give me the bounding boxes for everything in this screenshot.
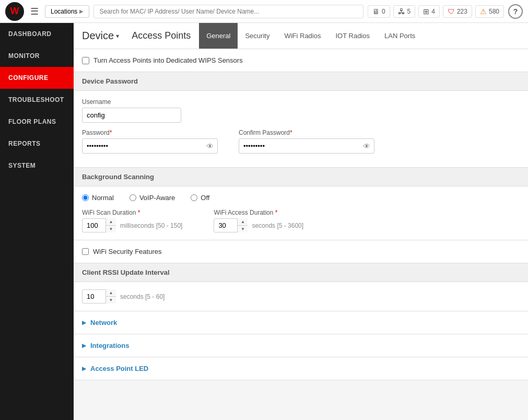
monitor-icon: 🖥	[372, 7, 380, 16]
menu-button[interactable]: ☰	[28, 4, 41, 19]
radio-normal[interactable]: Normal	[82, 194, 114, 202]
sidebar-item-troubleshoot[interactable]: TROUBLESHOOT	[0, 89, 74, 111]
device-password-label: Device Password	[82, 77, 138, 85]
wips-row: Turn Access Points into Dedicated WIPS S…	[74, 49, 528, 72]
integrations-expand-icon: ▶	[82, 343, 86, 348]
tab-lan-ports[interactable]: LAN Ports	[377, 23, 423, 49]
badge-warning-count: 580	[489, 8, 499, 15]
integrations-section-header[interactable]: ▶ Integrations	[74, 334, 528, 357]
device-dropdown-icon[interactable]: ▾	[116, 32, 119, 40]
sidebar: DASHBOARD MONITOR CONFIGURE TROUBLESHOOT…	[0, 23, 74, 420]
password-label: Password*	[82, 129, 218, 136]
background-scanning-label: Background Scanning	[82, 173, 154, 181]
badge-grid: ⊞ 4	[418, 5, 440, 18]
client-rssi-section-header: Client RSSI Update Interval	[74, 263, 528, 282]
client-rssi-up-btn[interactable]: ▲	[106, 289, 116, 297]
radio-normal-label: Normal	[92, 194, 114, 202]
network-expand-icon: ▶	[82, 320, 86, 325]
sidebar-item-system[interactable]: SYSTEM	[0, 155, 74, 177]
badge-devices: 🖥 0	[368, 5, 390, 18]
integrations-label: Integrations	[90, 342, 129, 349]
client-rssi-label: Client RSSI Update Interval	[82, 269, 170, 276]
confirm-password-label: Confirm Password*	[239, 129, 374, 136]
username-group: Username	[82, 98, 520, 123]
warning-icon: ⚠	[480, 7, 487, 16]
radio-normal-input[interactable]	[82, 194, 89, 201]
background-scanning-form: Normal VoIP-Aware Off WiFi Sc	[74, 186, 528, 240]
sidebar-item-reports[interactable]: REPORTS	[0, 133, 74, 155]
grid-icon: ⊞	[423, 7, 429, 16]
wifi-access-duration-label: WiFi Access Duration *	[214, 209, 303, 216]
shield-icon: 🛡	[448, 7, 455, 16]
wips-checkbox[interactable]	[82, 57, 89, 64]
badge-devices-count: 0	[382, 8, 385, 15]
password-required: *	[110, 129, 112, 136]
tab-general[interactable]: General	[199, 23, 238, 49]
tabs: General Security WiFi Radios IOT Radios …	[199, 23, 423, 49]
badge-warning: ⚠ 580	[475, 5, 504, 18]
device-password-section-header: Device Password	[74, 72, 528, 91]
tab-iot-radios[interactable]: IOT Radios	[328, 23, 377, 49]
password-row: Password* 👁 Confirm Password*	[82, 129, 520, 160]
password-eye-icon[interactable]: 👁	[206, 142, 214, 150]
wifi-scan-duration-col: WiFi Scan Duration * ▲ ▼ milliseconds [5…	[82, 209, 182, 232]
confirm-password-group: Confirm Password* 👁	[239, 129, 374, 154]
radio-voip-label: VoIP-Aware	[139, 194, 175, 202]
logo-icon: W	[10, 6, 19, 17]
badge-shield-count: 223	[457, 8, 467, 15]
wifi-scan-spinners: ▲ ▼	[105, 218, 116, 232]
search-input[interactable]	[93, 5, 363, 18]
wifi-scan-duration-wrap: ▲ ▼ milliseconds [50 - 150]	[82, 218, 182, 232]
device-title: Device ▾	[82, 30, 119, 42]
location-selector[interactable]: Locations ▶	[45, 5, 89, 18]
radio-off-input[interactable]	[191, 194, 197, 201]
network-section-header[interactable]: ▶ Network	[74, 311, 528, 334]
password-group: Password* 👁	[82, 129, 218, 154]
wifi-access-unit: seconds [5 - 3600]	[252, 222, 303, 229]
ap-led-label: Access Point LED	[90, 365, 148, 372]
wifi-security-checkbox[interactable]	[82, 248, 89, 255]
sidebar-item-monitor[interactable]: MONITOR	[0, 45, 74, 67]
help-button[interactable]: ?	[508, 4, 523, 19]
device-password-form: Username Password* 👁	[74, 91, 528, 168]
radio-voip[interactable]: VoIP-Aware	[130, 194, 175, 202]
badge-grid-count: 4	[431, 8, 435, 15]
badge-network-count: 5	[407, 8, 411, 15]
sidebar-item-floor-plans[interactable]: FLOOR PLANS	[0, 111, 74, 133]
radio-off[interactable]: Off	[191, 194, 209, 202]
client-rssi-unit: seconds [5 - 60]	[120, 293, 165, 300]
wifi-scan-unit: milliseconds [50 - 150]	[120, 222, 182, 229]
wifi-security-row: WiFi Security Features	[74, 240, 528, 263]
client-rssi-wrap: ▲ ▼ seconds [5 - 60]	[82, 289, 520, 304]
username-field[interactable]	[82, 108, 181, 123]
tab-security[interactable]: Security	[238, 23, 277, 49]
scan-duration-row: WiFi Scan Duration * ▲ ▼ milliseconds [5…	[82, 209, 520, 232]
wifi-scan-down-btn[interactable]: ▼	[106, 226, 116, 232]
sidebar-item-dashboard[interactable]: DASHBOARD	[0, 23, 74, 45]
wifi-access-spinners: ▲ ▼	[237, 218, 248, 232]
scanning-mode-radio-group: Normal VoIP-Aware Off	[82, 194, 520, 202]
wifi-access-down-btn[interactable]: ▼	[238, 226, 248, 232]
password-wrap: 👁	[82, 138, 218, 154]
radio-voip-input[interactable]	[130, 194, 136, 201]
content-area: Turn Access Points into Dedicated WIPS S…	[74, 49, 528, 420]
wifi-scan-up-btn[interactable]: ▲	[106, 218, 116, 226]
network-icon: 🖧	[398, 7, 405, 16]
sidebar-item-configure[interactable]: CONFIGURE	[0, 67, 74, 89]
background-scanning-section-header: Background Scanning	[74, 168, 528, 186]
wifi-access-up-btn[interactable]: ▲	[238, 218, 248, 226]
confirm-password-required: *	[290, 129, 292, 136]
tab-wifi-radios[interactable]: WiFi Radios	[277, 23, 328, 49]
network-label: Network	[90, 319, 117, 326]
device-label: Device	[82, 30, 114, 42]
password-field[interactable]	[82, 138, 218, 154]
confirm-password-wrap: 👁	[239, 138, 374, 154]
confirm-password-field[interactable]	[239, 138, 374, 154]
wips-label: Turn Access Points into Dedicated WIPS S…	[93, 56, 243, 64]
confirm-password-eye-icon[interactable]: 👁	[363, 142, 370, 150]
wifi-scan-input-wrap: ▲ ▼	[82, 218, 116, 232]
sub-header: Device ▾ Access Points General Security …	[74, 23, 528, 49]
access-point-led-section-header[interactable]: ▶ Access Point LED	[74, 357, 528, 380]
radio-off-label: Off	[201, 194, 209, 202]
client-rssi-down-btn[interactable]: ▼	[106, 297, 116, 304]
